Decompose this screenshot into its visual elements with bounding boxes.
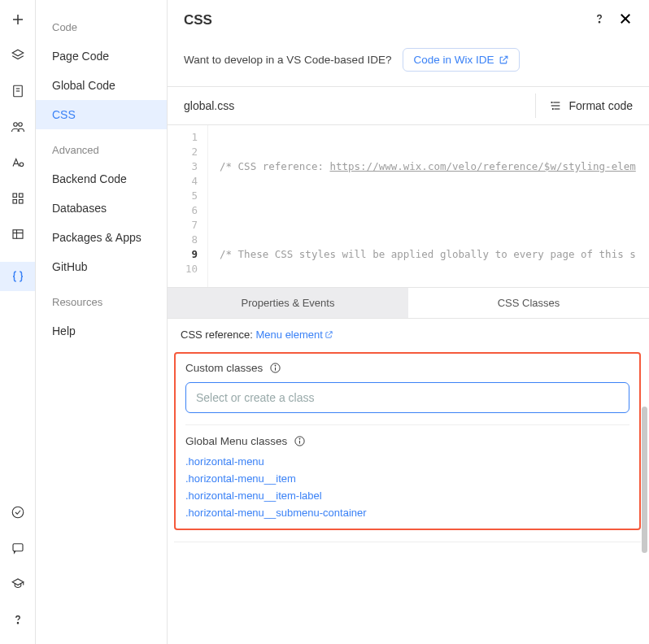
sidebar-item-packages[interactable]: Packages & Apps bbox=[36, 223, 167, 252]
sidebar-item-global-code[interactable]: Global Code bbox=[36, 71, 167, 100]
svg-rect-11 bbox=[19, 194, 23, 198]
svg-point-20 bbox=[599, 22, 599, 23]
classes-panel-highlighted: Custom classes Global Menu classes .hori… bbox=[174, 352, 641, 530]
code-rail-item[interactable] bbox=[0, 262, 35, 291]
table-icon[interactable] bbox=[10, 226, 26, 242]
sidebar-item-page-code[interactable]: Page Code bbox=[36, 41, 167, 71]
help-rail-icon[interactable] bbox=[10, 611, 26, 628]
code-sidebar: Code Page Code Global Code CSS Advanced … bbox=[36, 0, 168, 644]
braces-icon bbox=[10, 268, 26, 285]
external-link-icon bbox=[324, 330, 333, 339]
editor-content[interactable]: /* CSS reference: https://www.wix.com/ve… bbox=[208, 125, 636, 287]
sidebar-item-css[interactable]: CSS bbox=[36, 100, 167, 129]
sidebar-header-advanced: Advanced bbox=[36, 129, 167, 164]
sidebar-item-github[interactable]: GitHub bbox=[36, 252, 167, 281]
editor-gutter: 1 2 3 4 5 6 7 8 9 10 bbox=[168, 125, 208, 287]
close-icon[interactable] bbox=[618, 11, 633, 28]
tab-properties-events[interactable]: Properties & Events bbox=[168, 288, 408, 318]
global-class-link[interactable]: .horizontal-menu__submenu-container bbox=[185, 507, 629, 519]
scrollbar-thumb[interactable] bbox=[642, 407, 647, 553]
css-reference-row: CSS reference: Menu element bbox=[168, 319, 649, 350]
svg-point-28 bbox=[275, 365, 276, 366]
global-class-link[interactable]: .horizontal-menu__item bbox=[185, 472, 629, 485]
custom-class-input[interactable] bbox=[185, 382, 629, 413]
sidebar-header-code: Code bbox=[36, 7, 167, 41]
sidebar-item-help[interactable]: Help bbox=[36, 316, 167, 346]
svg-point-6 bbox=[13, 123, 17, 127]
page-icon[interactable] bbox=[10, 83, 26, 99]
learn-icon[interactable] bbox=[10, 576, 26, 592]
icon-rail bbox=[0, 0, 36, 644]
ide-prompt-text: Want to develop in a VS Code-based IDE? bbox=[184, 54, 391, 66]
people-icon[interactable] bbox=[10, 119, 26, 135]
svg-point-19 bbox=[17, 623, 18, 624]
apps-grid-icon[interactable] bbox=[10, 190, 26, 207]
external-link-icon bbox=[499, 54, 509, 65]
info-icon[interactable] bbox=[269, 362, 281, 374]
global-classes-header: Global Menu classes bbox=[185, 435, 629, 447]
sidebar-item-databases[interactable]: Databases bbox=[36, 194, 167, 223]
page-title: CSS bbox=[184, 12, 212, 28]
svg-point-31 bbox=[299, 438, 300, 439]
check-circle-icon[interactable] bbox=[10, 504, 26, 520]
svg-rect-18 bbox=[13, 544, 23, 551]
typography-icon[interactable] bbox=[10, 154, 26, 171]
svg-rect-10 bbox=[13, 194, 17, 198]
svg-rect-14 bbox=[13, 230, 23, 239]
global-class-link[interactable]: .horizontal-menu__item-label bbox=[185, 490, 629, 502]
svg-point-9 bbox=[20, 163, 24, 167]
info-icon[interactable] bbox=[294, 435, 306, 447]
code-in-wix-ide-button[interactable]: Code in Wix IDE bbox=[403, 48, 520, 72]
format-icon bbox=[549, 99, 562, 112]
file-name-label: global.css bbox=[184, 99, 234, 112]
custom-classes-header: Custom classes bbox=[185, 362, 629, 374]
sidebar-item-backend[interactable]: Backend Code bbox=[36, 164, 167, 194]
add-icon[interactable] bbox=[10, 11, 26, 28]
svg-point-17 bbox=[12, 507, 24, 518]
layers-icon[interactable] bbox=[10, 47, 26, 63]
svg-marker-2 bbox=[12, 50, 24, 56]
bottom-tabs: Properties & Events CSS Classes bbox=[168, 287, 649, 319]
help-icon[interactable] bbox=[592, 11, 607, 28]
svg-rect-13 bbox=[19, 200, 23, 204]
code-editor[interactable]: 1 2 3 4 5 6 7 8 9 10 /* CSS reference: h… bbox=[168, 124, 649, 287]
main-panel: CSS Want to develop in a VS Code-based I… bbox=[168, 0, 649, 644]
svg-rect-12 bbox=[13, 200, 17, 204]
tab-css-classes[interactable]: CSS Classes bbox=[408, 288, 649, 318]
svg-point-7 bbox=[18, 123, 22, 127]
comment-icon[interactable] bbox=[10, 540, 26, 556]
format-code-button[interactable]: Format code bbox=[535, 94, 633, 118]
menu-element-link[interactable]: Menu element bbox=[256, 329, 333, 341]
global-class-link[interactable]: .horizontal-menu bbox=[185, 455, 629, 468]
sidebar-header-resources: Resources bbox=[36, 281, 167, 316]
